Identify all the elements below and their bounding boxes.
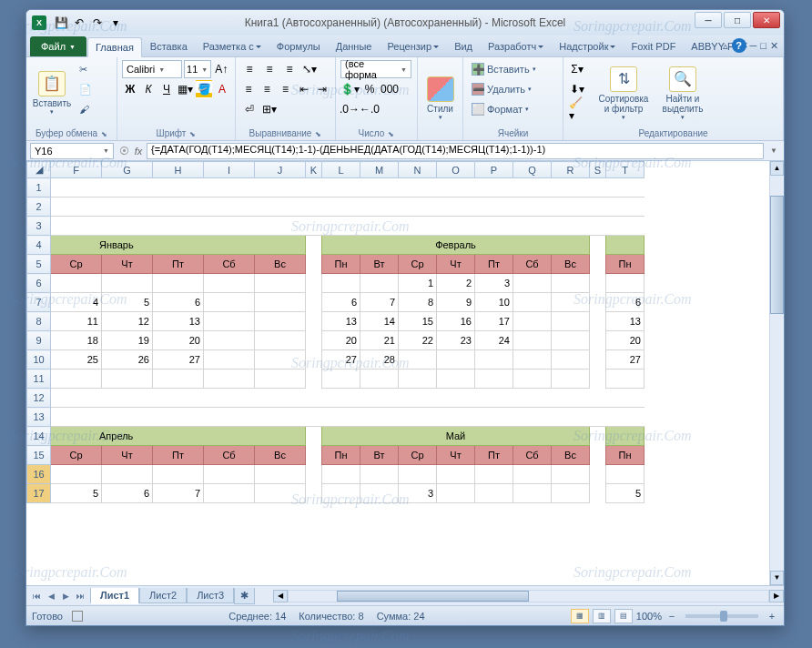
status-sum: Сумма: 24 [377, 611, 425, 622]
excel-icon: X [32, 15, 46, 30]
align-top-button[interactable]: ≡ [240, 60, 259, 78]
sheet-nav-last[interactable]: ⏭ [74, 592, 86, 601]
insert-cells-button[interactable]: ➕Вставить▾ [468, 60, 558, 78]
font-size-combo[interactable]: 11▼ [184, 60, 211, 78]
formula-input[interactable]: {=ДАТА(ГОД(T14);МЕСЯЦ(T14);1-1)-(ДЕНЬНЕД… [147, 143, 764, 159]
view-page-layout-button[interactable]: ▥ [593, 609, 611, 623]
tab-addins[interactable]: Надстройк [552, 36, 623, 56]
decrease-decimal-button[interactable]: ←.0 [360, 100, 379, 118]
paste-button[interactable]: 📋Вставить▾ [31, 60, 73, 127]
watermark: Soringpcrepair.Com [291, 628, 410, 644]
align-center-button[interactable]: ≡ [259, 80, 275, 98]
status-ready: Готово [32, 611, 63, 622]
scroll-up-button[interactable]: ▲ [770, 161, 784, 176]
zoom-level[interactable]: 100% [636, 611, 662, 622]
tab-review[interactable]: Рецензир [380, 36, 446, 56]
view-normal-button[interactable]: ▦ [571, 609, 589, 623]
status-count: Количество: 8 [299, 611, 363, 622]
help-icon[interactable]: ? [732, 38, 746, 53]
spreadsheet-grid[interactable]: ◢ FGHIJ K LMNOPQR S T 1 2 3 4 Январь Фев… [26, 161, 784, 585]
align-right-button[interactable]: ≡ [277, 80, 293, 98]
doc-close-icon[interactable]: ✕ [770, 40, 778, 52]
qat-undo-button[interactable]: ↶ [70, 14, 88, 32]
align-middle-button[interactable]: ≡ [260, 60, 279, 78]
ribbon-minimize-icon[interactable]: ▵ [723, 40, 728, 52]
increase-font-button[interactable]: A↑ [213, 60, 230, 78]
tab-foxit[interactable]: Foxit PDF [624, 36, 683, 56]
underline-button[interactable]: Ч [158, 80, 175, 98]
styles-button[interactable]: Стили▾ [422, 60, 458, 137]
maximize-button[interactable]: □ [724, 12, 751, 28]
tab-data[interactable]: Данные [329, 36, 380, 56]
sort-filter-button[interactable]: ⇅Сортировка и фильтр▾ [594, 60, 653, 127]
percent-button[interactable]: % [360, 80, 379, 98]
scroll-down-button[interactable]: ▼ [770, 571, 784, 585]
font-color-button[interactable]: A [214, 80, 230, 98]
name-box[interactable]: Y16▼ [30, 143, 114, 159]
close-button[interactable]: ✕ [753, 12, 780, 28]
clear-button[interactable]: 🧹▾ [568, 100, 586, 118]
tab-insert[interactable]: Вставка [143, 36, 195, 56]
file-tab[interactable]: Файл▼ [30, 36, 86, 56]
view-page-break-button[interactable]: ▤ [614, 609, 633, 623]
align-left-button[interactable]: ≡ [240, 80, 257, 98]
currency-button[interactable]: 💲▾ [340, 80, 359, 98]
app-window: X 💾 ↶ ↷ ▾ Книга1 (Автосохраненный) (Авто… [25, 9, 785, 626]
new-sheet-button[interactable]: ✱ [234, 588, 255, 604]
sheet-nav-next[interactable]: ▶ [59, 592, 72, 601]
scroll-left-button[interactable]: ◀ [273, 590, 288, 602]
formula-expand-button[interactable]: ▼ [767, 147, 780, 155]
copy-button[interactable]: 📄 [76, 80, 96, 98]
fill-color-button[interactable]: 🪣 [196, 80, 212, 98]
tab-view[interactable]: Вид [447, 36, 480, 56]
sheet-tab-2[interactable]: Лист2 [139, 588, 187, 603]
zoom-out-button[interactable]: − [665, 611, 678, 622]
fill-button[interactable]: ⬇▾ [568, 80, 586, 98]
tab-formulas[interactable]: Формулы [269, 36, 328, 56]
qat-customize-button[interactable]: ▾ [107, 14, 125, 32]
increase-decimal-button[interactable]: .0→ [340, 100, 359, 118]
tab-home[interactable]: Главная [87, 37, 142, 57]
autosum-button[interactable]: Σ▾ [568, 60, 586, 78]
orientation-button[interactable]: ⤡▾ [300, 60, 319, 78]
doc-minimize-icon[interactable]: ─ [750, 40, 757, 51]
vscroll-thumb[interactable] [770, 196, 784, 314]
fx-icon[interactable]: fx [130, 146, 147, 157]
qat-redo-button[interactable]: ↷ [88, 14, 107, 32]
doc-restore-icon[interactable]: □ [760, 40, 766, 51]
number-format-combo[interactable]: (все форма▼ [340, 60, 411, 78]
column-headers[interactable]: ◢ FGHIJ K LMNOPQR S T [27, 162, 645, 178]
macro-record-icon[interactable] [72, 611, 83, 622]
format-cells-button[interactable]: ⬜Формат▾ [468, 100, 558, 118]
bold-button[interactable]: Ж [122, 80, 138, 98]
increase-indent-button[interactable]: ⇥ [314, 80, 330, 98]
zoom-thumb[interactable] [720, 611, 727, 622]
decrease-indent-button[interactable]: ⇤ [296, 80, 312, 98]
borders-button[interactable]: ▦▾ [177, 80, 194, 98]
merge-button[interactable]: ⊞▾ [260, 100, 279, 118]
tab-developer[interactable]: Разработч [481, 36, 551, 56]
scroll-right-button[interactable]: ▶ [769, 590, 784, 602]
cut-button[interactable]: ✂ [76, 60, 96, 78]
italic-button[interactable]: К [140, 80, 157, 98]
vertical-scrollbar[interactable]: ▲ ▼ [769, 161, 784, 585]
select-all-corner[interactable]: ◢ [27, 162, 51, 178]
minimize-button[interactable]: ─ [695, 12, 722, 28]
font-name-combo[interactable]: Calibri▼ [122, 60, 182, 78]
zoom-slider[interactable] [685, 614, 758, 618]
align-bottom-button[interactable]: ≡ [280, 60, 299, 78]
format-painter-button[interactable]: 🖌 [76, 100, 96, 118]
sheet-tab-1[interactable]: Лист1 [90, 588, 139, 604]
sheet-nav-first[interactable]: ⏮ [30, 592, 43, 601]
horizontal-scrollbar[interactable] [288, 590, 769, 602]
find-select-button[interactable]: 🔍Найти и выделить▾ [655, 60, 710, 127]
comma-button[interactable]: 000 [381, 80, 399, 98]
sheet-tab-3[interactable]: Лист3 [187, 588, 234, 603]
delete-cells-button[interactable]: ➖Удалить▾ [468, 80, 558, 98]
zoom-in-button[interactable]: + [766, 611, 778, 622]
sheet-nav-prev[interactable]: ◀ [45, 592, 57, 601]
tab-page-layout[interactable]: Разметка с [196, 36, 269, 56]
hscroll-thumb[interactable] [337, 591, 529, 602]
qat-save-button[interactable]: 💾 [52, 14, 70, 32]
wrap-text-button[interactable]: ⏎ [240, 100, 259, 118]
